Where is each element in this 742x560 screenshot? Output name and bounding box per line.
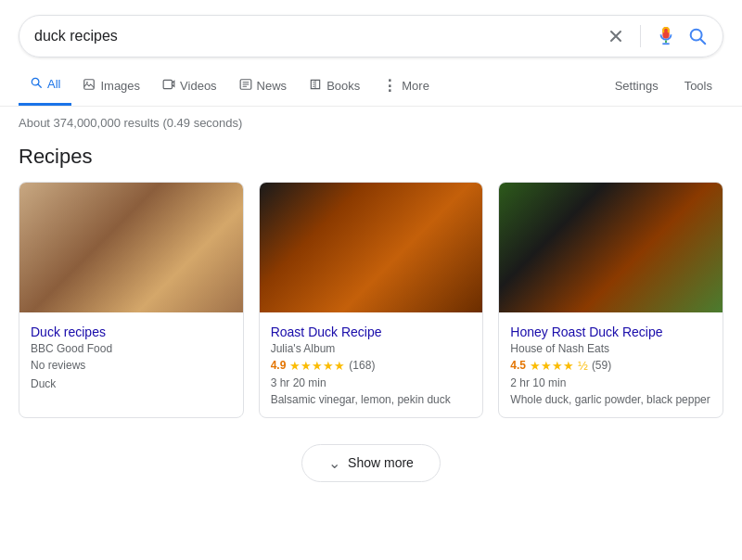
search-icon	[687, 26, 708, 46]
show-more-label: Show more	[348, 455, 414, 470]
clear-button[interactable]	[607, 27, 625, 45]
search-bar-wrapper: duck recipes	[0, 0, 742, 57]
tab-tools[interactable]: Tools	[673, 68, 723, 104]
mic-icon	[656, 26, 676, 46]
news-icon	[239, 78, 252, 94]
rating-count-2: (168)	[349, 359, 375, 372]
search-nav-icon	[30, 76, 43, 92]
recipe-source-3: House of Nash Eats	[510, 342, 711, 355]
results-count: About 374,000,000 results (0.49 seconds)	[0, 107, 742, 135]
recipe-card-body-1: Duck recipes BBC Good Food No reviews Du…	[19, 312, 243, 401]
recipe-time-2: 3 hr 20 min	[271, 376, 472, 389]
recipe-card-2[interactable]: Roast Duck Recipe Julia's Album 4.9 ★★★★…	[259, 182, 484, 418]
recipe-card-body-2: Roast Duck Recipe Julia's Album 4.9 ★★★★…	[260, 312, 483, 417]
recipe-image-2	[260, 183, 483, 312]
recipe-tag-1: Duck	[31, 377, 232, 390]
tab-images-label: Images	[100, 79, 140, 93]
tab-all[interactable]: All	[19, 65, 71, 106]
tab-videos-label: Videos	[180, 79, 217, 93]
rating-count-3: (59)	[592, 359, 611, 372]
tab-news[interactable]: News	[228, 67, 299, 105]
recipe-source-2: Julia's Album	[271, 342, 472, 355]
recipe-cards: Duck recipes BBC Good Food No reviews Du…	[19, 182, 723, 418]
search-bar: duck recipes	[19, 15, 723, 57]
mic-button[interactable]	[656, 26, 676, 46]
more-dots-icon: ⋮	[382, 77, 397, 95]
divider	[640, 25, 641, 47]
rating-row-3: 4.5 ★★★★½ (59)	[510, 359, 711, 373]
recipe-card-1[interactable]: Duck recipes BBC Good Food No reviews Du…	[19, 182, 244, 418]
nav-tabs: All Images Videos News	[0, 65, 742, 107]
search-input[interactable]: duck recipes	[34, 28, 607, 45]
rating-num-3: 4.5	[510, 359, 526, 372]
recipe-source-1: BBC Good Food	[31, 342, 232, 355]
recipe-title-2[interactable]: Roast Duck Recipe	[271, 325, 382, 339]
stars-3: ★★★★	[530, 359, 574, 373]
recipe-card-3[interactable]: Honey Roast Duck Recipe House of Nash Ea…	[498, 182, 723, 418]
search-button[interactable]	[687, 26, 708, 46]
recipes-heading: Recipes	[19, 145, 723, 169]
tab-all-label: All	[47, 77, 60, 91]
show-more-button[interactable]: ⌄ Show more	[301, 444, 441, 482]
tab-videos[interactable]: Videos	[151, 67, 228, 105]
tools-label: Tools	[684, 79, 712, 93]
x-icon	[608, 28, 624, 45]
tab-more[interactable]: ⋮ More	[371, 66, 441, 106]
images-icon	[83, 78, 96, 94]
svg-rect-4	[163, 80, 172, 88]
svg-rect-2	[84, 79, 95, 89]
tab-more-label: More	[402, 79, 429, 93]
books-icon	[309, 78, 322, 94]
rating-num-2: 4.9	[271, 359, 287, 372]
recipe-title-1[interactable]: Duck recipes	[31, 325, 106, 339]
tab-books[interactable]: Books	[298, 67, 371, 105]
nav-right: Settings Tools	[604, 68, 723, 104]
recipes-section: Recipes Duck recipes BBC Good Food No re…	[0, 135, 742, 418]
recipe-reviews-1: No reviews	[31, 359, 232, 372]
half-star-3: ½	[578, 359, 588, 373]
videos-icon	[162, 78, 175, 94]
recipe-ingredients-2: Balsamic vinegar, lemon, pekin duck	[271, 393, 472, 406]
recipe-title-3[interactable]: Honey Roast Duck Recipe	[510, 325, 662, 339]
show-more-wrapper: ⌄ Show more	[0, 444, 742, 501]
search-icons	[607, 25, 708, 47]
svg-point-3	[87, 82, 89, 83]
tab-images[interactable]: Images	[71, 67, 151, 105]
settings-label: Settings	[615, 79, 659, 93]
tab-books-label: Books	[326, 79, 360, 93]
stars-2: ★★★★★	[289, 359, 345, 373]
recipe-time-3: 2 hr 10 min	[510, 376, 711, 389]
recipe-image-1	[19, 183, 243, 312]
recipe-ingredients-3: Whole duck, garlic powder, black pepper	[510, 393, 711, 406]
recipe-image-3	[499, 183, 723, 312]
rating-row-2: 4.9 ★★★★★ (168)	[271, 359, 472, 373]
results-count-text: About 374,000,000 results (0.49 seconds)	[19, 116, 242, 130]
tab-news-label: News	[257, 79, 288, 93]
tab-settings[interactable]: Settings	[604, 68, 670, 104]
chevron-down-icon: ⌄	[328, 454, 340, 472]
recipe-card-body-3: Honey Roast Duck Recipe House of Nash Ea…	[499, 312, 723, 417]
